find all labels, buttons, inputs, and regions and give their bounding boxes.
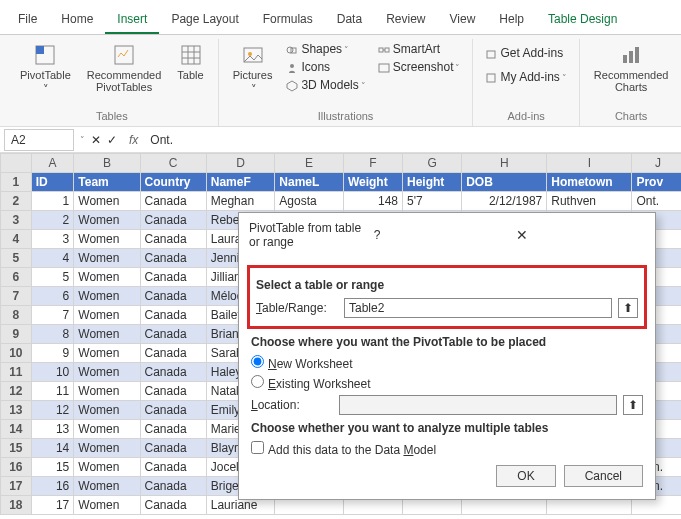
cell[interactable]: 1 <box>31 192 74 211</box>
table-header-cell[interactable]: ID <box>31 173 74 192</box>
row-header[interactable]: 9 <box>1 325 32 344</box>
cell[interactable]: Agosta <box>275 192 344 211</box>
cell[interactable]: Canada <box>140 420 206 439</box>
cell[interactable]: Women <box>74 477 140 496</box>
row-header[interactable]: 11 <box>1 363 32 382</box>
3dmodels-button[interactable]: 3D Models˅ <box>286 77 365 93</box>
getaddins-button[interactable]: Get Add-ins <box>485 45 566 61</box>
shapes-button[interactable]: Shapes˅ <box>286 41 365 57</box>
cell[interactable]: Canada <box>140 363 206 382</box>
row-header[interactable]: 6 <box>1 268 32 287</box>
cell[interactable]: Canada <box>140 249 206 268</box>
table-header-cell[interactable]: NameL <box>275 173 344 192</box>
enter-icon[interactable]: ✓ <box>107 133 117 147</box>
pivottable-button[interactable]: PivotTable˅ <box>14 39 77 99</box>
cell[interactable]: Ruthven <box>547 192 632 211</box>
cell[interactable]: Women <box>74 401 140 420</box>
col-header[interactable]: E <box>275 154 344 173</box>
cell[interactable]: 14 <box>31 439 74 458</box>
cell[interactable]: Women <box>74 420 140 439</box>
tab-file[interactable]: File <box>6 6 49 34</box>
cell[interactable]: Canada <box>140 230 206 249</box>
range-picker-button[interactable]: ⬆ <box>618 298 638 318</box>
icons-button[interactable]: Icons <box>286 59 365 75</box>
cell[interactable]: 2/12/1987 <box>462 192 547 211</box>
datamodel-checkbox[interactable]: Add this data to the Data ModelAdd this … <box>251 441 436 457</box>
cell[interactable]: Women <box>74 230 140 249</box>
cell[interactable]: 12 <box>31 401 74 420</box>
col-header[interactable]: D <box>206 154 275 173</box>
name-box[interactable]: A2 <box>4 129 74 151</box>
table-header-cell[interactable]: Country <box>140 173 206 192</box>
row-header[interactable]: 13 <box>1 401 32 420</box>
cell[interactable]: 9 <box>31 344 74 363</box>
row-header[interactable]: 3 <box>1 211 32 230</box>
cell[interactable]: Women <box>74 382 140 401</box>
table-header-cell[interactable]: Height <box>403 173 462 192</box>
myaddins-button[interactable]: My Add-ins˅ <box>485 69 566 85</box>
pictures-button[interactable]: Pictures˅ <box>227 39 279 99</box>
row-header[interactable]: 14 <box>1 420 32 439</box>
cell[interactable]: Women <box>74 363 140 382</box>
row-header[interactable]: 18 <box>1 496 32 515</box>
cell[interactable]: Ont. <box>632 192 681 211</box>
row-header[interactable]: 2 <box>1 192 32 211</box>
cell[interactable]: Women <box>74 325 140 344</box>
recommended-charts-button[interactable]: Recommended Charts <box>588 39 675 97</box>
cancel-icon[interactable]: ✕ <box>91 133 101 147</box>
col-header[interactable]: B <box>74 154 140 173</box>
tab-tabledesign[interactable]: Table Design <box>536 6 629 34</box>
cell[interactable]: 6 <box>31 287 74 306</box>
tab-view[interactable]: View <box>438 6 488 34</box>
cell[interactable]: 16 <box>31 477 74 496</box>
col-header[interactable]: I <box>547 154 632 173</box>
new-worksheet-radio[interactable]: New WorksheetNew Worksheet <box>251 355 352 371</box>
cell[interactable]: 5 <box>31 268 74 287</box>
table-header-cell[interactable]: DOB <box>462 173 547 192</box>
row-header[interactable]: 12 <box>1 382 32 401</box>
cell[interactable]: 10 <box>31 363 74 382</box>
col-header[interactable]: H <box>462 154 547 173</box>
col-header[interactable]: A <box>31 154 74 173</box>
cell[interactable]: Women <box>74 268 140 287</box>
cell[interactable]: Canada <box>140 344 206 363</box>
cell[interactable]: Meghan <box>206 192 275 211</box>
screenshot-button[interactable]: Screenshot˅ <box>378 59 461 75</box>
smartart-button[interactable]: SmartArt <box>378 41 461 57</box>
recommended-pivottables-button[interactable]: Recommended PivotTables <box>81 39 168 97</box>
table-header-cell[interactable]: Hometown <box>547 173 632 192</box>
cell[interactable]: Canada <box>140 382 206 401</box>
tab-insert[interactable]: Insert <box>105 6 159 34</box>
col-header[interactable]: C <box>140 154 206 173</box>
row-header[interactable]: 7 <box>1 287 32 306</box>
fx-icon[interactable]: fx <box>123 133 144 147</box>
cell[interactable]: Women <box>74 344 140 363</box>
cell[interactable]: Women <box>74 192 140 211</box>
existing-worksheet-radio[interactable]: Existing WorksheetExisting Worksheet <box>251 375 371 391</box>
cell[interactable]: Women <box>74 287 140 306</box>
row-header[interactable]: 8 <box>1 306 32 325</box>
cell[interactable]: Canada <box>140 192 206 211</box>
table-button[interactable]: Table <box>171 39 209 85</box>
table-header-cell[interactable]: Team <box>74 173 140 192</box>
col-header[interactable]: J <box>632 154 681 173</box>
row-header[interactable]: 4 <box>1 230 32 249</box>
col-header[interactable]: F <box>343 154 402 173</box>
cell[interactable]: Canada <box>140 287 206 306</box>
ok-button[interactable]: OK <box>496 465 555 487</box>
cell[interactable]: 11 <box>31 382 74 401</box>
tab-review[interactable]: Review <box>374 6 437 34</box>
cell[interactable]: Women <box>74 458 140 477</box>
cell[interactable]: Canada <box>140 211 206 230</box>
cell[interactable]: Women <box>74 306 140 325</box>
row-header[interactable]: 17 <box>1 477 32 496</box>
location-input[interactable] <box>339 395 617 415</box>
cell[interactable]: Canada <box>140 496 206 515</box>
cell[interactable]: Canada <box>140 401 206 420</box>
tab-pagelayout[interactable]: Page Layout <box>159 6 250 34</box>
cell[interactable]: Women <box>74 439 140 458</box>
cell[interactable]: 7 <box>31 306 74 325</box>
formula-input[interactable]: Ont. <box>144 130 681 150</box>
cell[interactable]: Women <box>74 249 140 268</box>
cell[interactable]: 3 <box>31 230 74 249</box>
